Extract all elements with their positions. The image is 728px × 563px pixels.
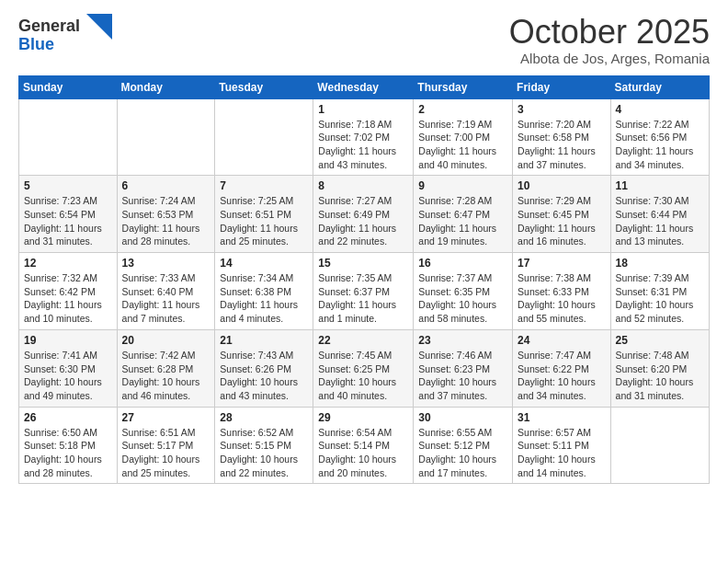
day-info: Sunrise: 7:38 AMSunset: 6:33 PMDaylight:… — [518, 271, 606, 326]
calendar-cell: 10Sunrise: 7:29 AMSunset: 6:45 PMDayligh… — [513, 176, 611, 253]
day-info: Sunrise: 7:43 AMSunset: 6:26 PMDaylight:… — [220, 349, 308, 403]
calendar-cell: 8Sunrise: 7:27 AMSunset: 6:49 PMDaylight… — [313, 176, 414, 253]
calendar-week-3: 12Sunrise: 7:32 AMSunset: 6:42 PMDayligh… — [19, 253, 710, 330]
logo-triangle-icon — [86, 14, 112, 40]
header: General Blue October 2025 Albota de Jos,… — [18, 14, 710, 66]
calendar-cell: 31Sunrise: 6:57 AMSunset: 5:11 PMDayligh… — [513, 407, 611, 484]
day-number: 17 — [518, 257, 606, 270]
calendar-cell: 23Sunrise: 7:46 AMSunset: 6:23 PMDayligh… — [414, 329, 513, 407]
day-info: Sunrise: 7:29 AMSunset: 6:45 PMDaylight:… — [518, 194, 606, 248]
calendar-cell — [610, 407, 709, 484]
calendar-cell: 14Sunrise: 7:34 AMSunset: 6:38 PMDayligh… — [215, 253, 313, 330]
calendar-week-2: 5Sunrise: 7:23 AMSunset: 6:54 PMDaylight… — [19, 176, 710, 253]
calendar-cell — [215, 98, 313, 176]
calendar-cell: 30Sunrise: 6:55 AMSunset: 5:12 PMDayligh… — [414, 407, 513, 484]
day-info: Sunrise: 7:32 AMSunset: 6:42 PMDaylight:… — [24, 271, 112, 326]
day-info: Sunrise: 7:41 AMSunset: 6:30 PMDaylight:… — [24, 349, 112, 403]
day-info: Sunrise: 7:47 AMSunset: 6:22 PMDaylight:… — [518, 349, 606, 403]
day-info: Sunrise: 7:34 AMSunset: 6:38 PMDaylight:… — [220, 271, 308, 326]
day-number: 1 — [318, 103, 408, 116]
calendar-cell: 3Sunrise: 7:20 AMSunset: 6:58 PMDaylight… — [513, 98, 611, 176]
calendar-cell: 4Sunrise: 7:22 AMSunset: 6:56 PMDaylight… — [610, 98, 709, 176]
calendar-cell: 9Sunrise: 7:28 AMSunset: 6:47 PMDaylight… — [414, 176, 513, 253]
page: General Blue October 2025 Albota de Jos,… — [0, 0, 728, 563]
day-number: 28 — [220, 411, 308, 424]
day-number: 10 — [518, 179, 606, 192]
day-number: 8 — [318, 179, 408, 192]
day-info: Sunrise: 7:27 AMSunset: 6:49 PMDaylight:… — [318, 194, 408, 248]
calendar-cell: 16Sunrise: 7:37 AMSunset: 6:35 PMDayligh… — [414, 253, 513, 330]
calendar-cell: 6Sunrise: 7:24 AMSunset: 6:53 PMDaylight… — [117, 176, 215, 253]
calendar-cell — [19, 98, 118, 176]
day-number: 13 — [122, 257, 210, 270]
month-title: October 2025 — [509, 14, 710, 51]
day-info: Sunrise: 7:39 AMSunset: 6:31 PMDaylight:… — [616, 271, 704, 326]
day-number: 15 — [318, 257, 408, 270]
day-number: 11 — [616, 179, 704, 192]
col-friday: Friday — [513, 75, 611, 98]
day-number: 19 — [24, 334, 112, 347]
day-info: Sunrise: 6:54 AMSunset: 5:14 PMDaylight:… — [318, 426, 408, 480]
calendar-cell: 2Sunrise: 7:19 AMSunset: 7:00 PMDaylight… — [414, 98, 513, 176]
logo-general: General — [18, 17, 80, 35]
calendar-cell: 7Sunrise: 7:25 AMSunset: 6:51 PMDaylight… — [215, 176, 313, 253]
location: Albota de Jos, Arges, Romania — [509, 51, 710, 66]
day-number: 3 — [518, 103, 606, 116]
calendar-cell: 15Sunrise: 7:35 AMSunset: 6:37 PMDayligh… — [313, 253, 414, 330]
title-block: October 2025 Albota de Jos, Arges, Roman… — [509, 14, 710, 66]
day-number: 7 — [220, 179, 308, 192]
col-sunday: Sunday — [19, 75, 118, 98]
day-number: 9 — [418, 179, 507, 192]
day-number: 5 — [24, 179, 112, 192]
day-info: Sunrise: 7:22 AMSunset: 6:56 PMDaylight:… — [616, 118, 704, 172]
calendar-cell: 18Sunrise: 7:39 AMSunset: 6:31 PMDayligh… — [610, 253, 709, 330]
day-number: 18 — [616, 257, 704, 270]
calendar-week-4: 19Sunrise: 7:41 AMSunset: 6:30 PMDayligh… — [19, 329, 710, 407]
day-info: Sunrise: 6:50 AMSunset: 5:18 PMDaylight:… — [24, 426, 112, 480]
calendar-cell: 22Sunrise: 7:45 AMSunset: 6:25 PMDayligh… — [313, 329, 414, 407]
day-number: 31 — [518, 411, 606, 424]
calendar-cell: 11Sunrise: 7:30 AMSunset: 6:44 PMDayligh… — [610, 176, 709, 253]
day-info: Sunrise: 7:19 AMSunset: 7:00 PMDaylight:… — [418, 118, 507, 172]
day-number: 2 — [418, 103, 507, 116]
day-number: 21 — [220, 334, 308, 347]
day-number: 29 — [318, 411, 408, 424]
day-number: 23 — [418, 334, 507, 347]
calendar-cell: 24Sunrise: 7:47 AMSunset: 6:22 PMDayligh… — [513, 329, 611, 407]
day-info: Sunrise: 6:57 AMSunset: 5:11 PMDaylight:… — [518, 426, 606, 480]
calendar-cell: 26Sunrise: 6:50 AMSunset: 5:18 PMDayligh… — [19, 407, 118, 484]
day-info: Sunrise: 7:25 AMSunset: 6:51 PMDaylight:… — [220, 194, 308, 248]
day-number: 12 — [24, 257, 112, 270]
day-number: 24 — [518, 334, 606, 347]
svg-marker-0 — [86, 14, 112, 40]
day-info: Sunrise: 7:20 AMSunset: 6:58 PMDaylight:… — [518, 118, 606, 172]
day-number: 14 — [220, 257, 308, 270]
day-info: Sunrise: 6:52 AMSunset: 5:15 PMDaylight:… — [220, 426, 308, 480]
logo-blue: Blue — [18, 35, 54, 53]
day-info: Sunrise: 7:24 AMSunset: 6:53 PMDaylight:… — [122, 194, 210, 248]
calendar-cell: 29Sunrise: 6:54 AMSunset: 5:14 PMDayligh… — [313, 407, 414, 484]
calendar-cell: 20Sunrise: 7:42 AMSunset: 6:28 PMDayligh… — [117, 329, 215, 407]
calendar-cell: 1Sunrise: 7:18 AMSunset: 7:02 PMDaylight… — [313, 98, 414, 176]
calendar-cell: 5Sunrise: 7:23 AMSunset: 6:54 PMDaylight… — [19, 176, 118, 253]
day-info: Sunrise: 7:46 AMSunset: 6:23 PMDaylight:… — [418, 349, 507, 403]
logo: General Blue — [18, 14, 112, 54]
day-info: Sunrise: 7:33 AMSunset: 6:40 PMDaylight:… — [122, 271, 210, 326]
calendar-cell: 28Sunrise: 6:52 AMSunset: 5:15 PMDayligh… — [215, 407, 313, 484]
calendar-cell: 19Sunrise: 7:41 AMSunset: 6:30 PMDayligh… — [19, 329, 118, 407]
day-info: Sunrise: 7:30 AMSunset: 6:44 PMDaylight:… — [616, 194, 704, 248]
day-info: Sunrise: 7:37 AMSunset: 6:35 PMDaylight:… — [418, 271, 507, 326]
header-row: Sunday Monday Tuesday Wednesday Thursday… — [19, 75, 710, 98]
calendar-cell: 13Sunrise: 7:33 AMSunset: 6:40 PMDayligh… — [117, 253, 215, 330]
calendar-cell: 17Sunrise: 7:38 AMSunset: 6:33 PMDayligh… — [513, 253, 611, 330]
calendar-week-1: 1Sunrise: 7:18 AMSunset: 7:02 PMDaylight… — [19, 98, 710, 176]
calendar-cell: 27Sunrise: 6:51 AMSunset: 5:17 PMDayligh… — [117, 407, 215, 484]
day-info: Sunrise: 6:51 AMSunset: 5:17 PMDaylight:… — [122, 426, 210, 480]
day-number: 25 — [616, 334, 704, 347]
col-saturday: Saturday — [610, 75, 709, 98]
day-info: Sunrise: 7:45 AMSunset: 6:25 PMDaylight:… — [318, 349, 408, 403]
day-info: Sunrise: 7:18 AMSunset: 7:02 PMDaylight:… — [318, 118, 408, 172]
day-number: 6 — [122, 179, 210, 192]
day-info: Sunrise: 7:23 AMSunset: 6:54 PMDaylight:… — [24, 194, 112, 248]
day-info: Sunrise: 7:48 AMSunset: 6:20 PMDaylight:… — [616, 349, 704, 403]
